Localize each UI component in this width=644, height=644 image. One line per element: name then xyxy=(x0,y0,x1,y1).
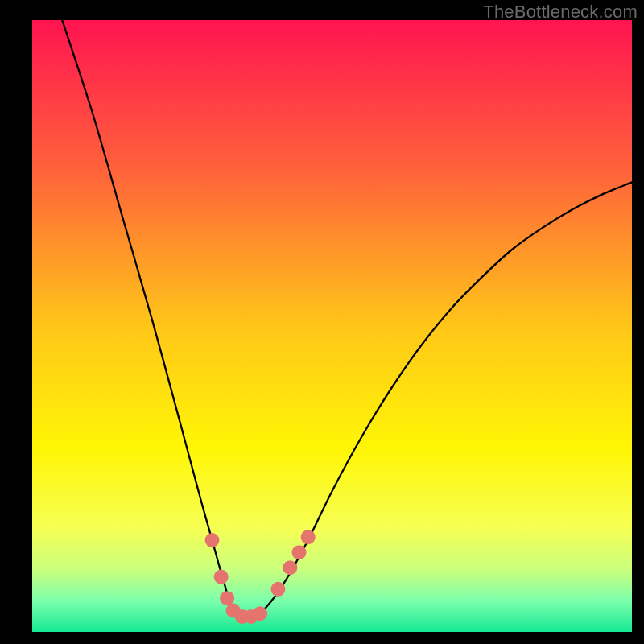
gradient-background xyxy=(32,20,632,632)
marker-point xyxy=(292,545,307,559)
marker-point xyxy=(253,606,267,621)
chart-frame: TheBottleneck.com xyxy=(0,0,644,644)
marker-point xyxy=(283,560,297,575)
marker-point xyxy=(270,582,285,597)
watermark-text: TheBottleneck.com xyxy=(483,2,638,23)
marker-point xyxy=(214,570,229,584)
plot-area xyxy=(32,20,632,632)
chart-svg xyxy=(32,20,632,632)
marker-point xyxy=(301,530,316,544)
marker-point xyxy=(205,533,220,547)
